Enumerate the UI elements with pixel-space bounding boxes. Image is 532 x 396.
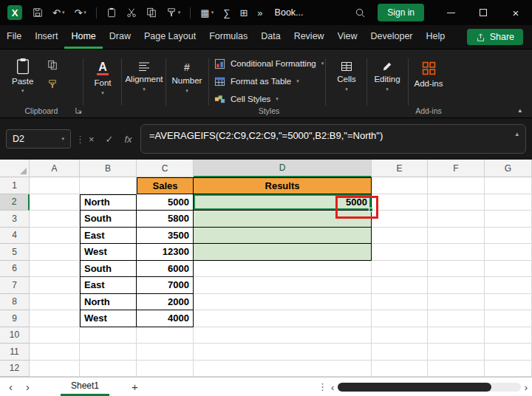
cell-E4[interactable] — [372, 228, 428, 245]
cell-A3[interactable] — [30, 211, 80, 228]
row-header-2[interactable]: 2 — [0, 194, 30, 211]
cell-E10[interactable] — [372, 327, 428, 344]
excel-logo-icon[interactable]: X — [7, 5, 22, 20]
prev-sheet-icon[interactable]: ‹ — [9, 381, 13, 392]
cell-F7[interactable] — [428, 277, 485, 294]
alignment-group-button[interactable]: Alignment ▾ — [124, 61, 164, 92]
cell-E5[interactable] — [372, 244, 428, 261]
cell-C12[interactable] — [137, 361, 194, 378]
col-header-D[interactable]: D — [194, 160, 372, 177]
scrollbar-thumb[interactable] — [338, 383, 491, 392]
maximize-button[interactable] — [467, 0, 499, 25]
cell-styles-button[interactable]: Cell Styles ▾ — [214, 91, 279, 107]
cell-B5[interactable]: West — [80, 244, 137, 261]
cell-E8[interactable] — [372, 294, 428, 311]
col-header-A[interactable]: A — [30, 160, 80, 177]
cell-E11[interactable] — [372, 344, 428, 361]
cell-G7[interactable] — [485, 277, 532, 294]
chevron-down-icon[interactable]: ▾ — [178, 10, 181, 16]
number-group-button[interactable]: # Number ▾ — [168, 61, 205, 94]
addins-button[interactable]: Add-ins — [411, 61, 446, 88]
cell-F9[interactable] — [428, 310, 485, 327]
chevron-down-icon[interactable]: ▾ — [61, 136, 64, 142]
cell-B9[interactable]: West — [80, 310, 137, 327]
cell-A4[interactable] — [30, 228, 80, 245]
collapse-formula-bar-icon[interactable]: ▴ — [515, 130, 519, 137]
chevron-down-icon[interactable]: ▾ — [276, 96, 279, 102]
copy-icon[interactable] — [146, 7, 157, 18]
chevron-down-icon[interactable]: ▾ — [143, 86, 146, 92]
cell-D4[interactable] — [194, 228, 372, 245]
tab-developer[interactable]: Developer — [364, 25, 420, 49]
cell-C6[interactable]: 6000 — [137, 261, 194, 278]
cell-A12[interactable] — [30, 361, 80, 378]
cell-C10[interactable] — [137, 327, 194, 344]
chevron-down-icon[interactable]: ▾ — [21, 88, 24, 94]
font-group-button[interactable]: A Font ▾ — [86, 61, 120, 96]
tab-formulas[interactable]: Formulas — [202, 25, 254, 49]
scrollbar-track[interactable] — [338, 383, 520, 392]
cell-F4[interactable] — [428, 228, 485, 245]
cell-G8[interactable] — [485, 294, 532, 311]
cell-D7[interactable] — [194, 277, 372, 294]
borders-button[interactable]: ▦▾ — [200, 7, 214, 18]
sheet-options-icon[interactable]: ⋮ — [318, 381, 327, 392]
cell-A7[interactable] — [30, 277, 80, 294]
chevron-down-icon[interactable]: ▾ — [83, 10, 86, 16]
cell-A2[interactable] — [30, 194, 80, 211]
cell-C11[interactable] — [137, 344, 194, 361]
cell-B11[interactable] — [80, 344, 137, 361]
chevron-down-icon[interactable]: ▾ — [345, 86, 348, 92]
scroll-right-icon[interactable]: › — [525, 382, 528, 393]
cell-D2-active[interactable]: 5000 — [194, 194, 372, 211]
tab-draw[interactable]: Draw — [103, 25, 137, 49]
cell-E7[interactable] — [372, 277, 428, 294]
cell-B6[interactable]: South — [80, 261, 137, 278]
cell-G10[interactable] — [485, 327, 532, 344]
cell-C3[interactable]: 5800 — [137, 211, 194, 228]
next-sheet-icon[interactable]: › — [26, 381, 30, 392]
cell-B3[interactable]: South — [80, 211, 137, 228]
cell-G3[interactable] — [485, 211, 532, 228]
col-header-G[interactable]: G — [485, 160, 532, 177]
cells-group-button[interactable]: Cells ▾ — [330, 61, 364, 92]
chevron-down-icon[interactable]: ▾ — [211, 10, 214, 16]
search-icon[interactable] — [355, 7, 366, 18]
copy-icon[interactable] — [47, 60, 58, 70]
row-header-9[interactable]: 9 — [0, 310, 30, 327]
sheet-tab-sheet1[interactable]: Sheet1 — [61, 378, 109, 396]
cell-E12[interactable] — [372, 361, 428, 378]
cell-G9[interactable] — [485, 310, 532, 327]
cell-G4[interactable] — [485, 228, 532, 245]
cell-G2[interactable] — [485, 194, 532, 211]
chevron-down-icon[interactable]: ▾ — [296, 78, 299, 84]
cell-B2[interactable]: North — [80, 194, 137, 211]
cell-C1[interactable]: Sales — [137, 177, 194, 194]
cell-F12[interactable] — [428, 361, 485, 378]
tab-help[interactable]: Help — [420, 25, 452, 49]
undo-button[interactable]: ↶▾ — [52, 7, 64, 18]
cell-D9[interactable] — [194, 310, 372, 327]
cell-E9[interactable] — [372, 310, 428, 327]
row-header-7[interactable]: 7 — [0, 277, 30, 294]
cell-B4[interactable]: East — [80, 228, 137, 245]
clipboard-dialog-launcher-icon[interactable] — [75, 107, 82, 114]
cell-F6[interactable] — [428, 261, 485, 278]
name-box[interactable]: D2 ▾ — [6, 129, 71, 148]
more-commands-icon[interactable]: » — [257, 7, 262, 18]
paste-icon[interactable] — [106, 7, 117, 18]
cell-D1[interactable]: Results — [194, 177, 372, 194]
collapse-ribbon-icon[interactable]: ▴ — [518, 106, 522, 114]
col-header-F[interactable]: F — [428, 160, 485, 177]
cell-F1[interactable] — [428, 177, 485, 194]
cell-F10[interactable] — [428, 327, 485, 344]
col-header-E[interactable]: E — [372, 160, 428, 177]
cell-C4[interactable]: 3500 — [137, 228, 194, 245]
cell-B10[interactable] — [80, 327, 137, 344]
select-all-corner[interactable] — [0, 160, 30, 177]
cell-A9[interactable] — [30, 310, 80, 327]
horizontal-scrollbar[interactable]: ‹ › — [331, 378, 528, 396]
confirm-entry-icon[interactable]: ✓ — [106, 134, 114, 145]
row-header-8[interactable]: 8 — [0, 294, 30, 311]
editing-group-button[interactable]: Editing ▾ — [369, 61, 405, 92]
